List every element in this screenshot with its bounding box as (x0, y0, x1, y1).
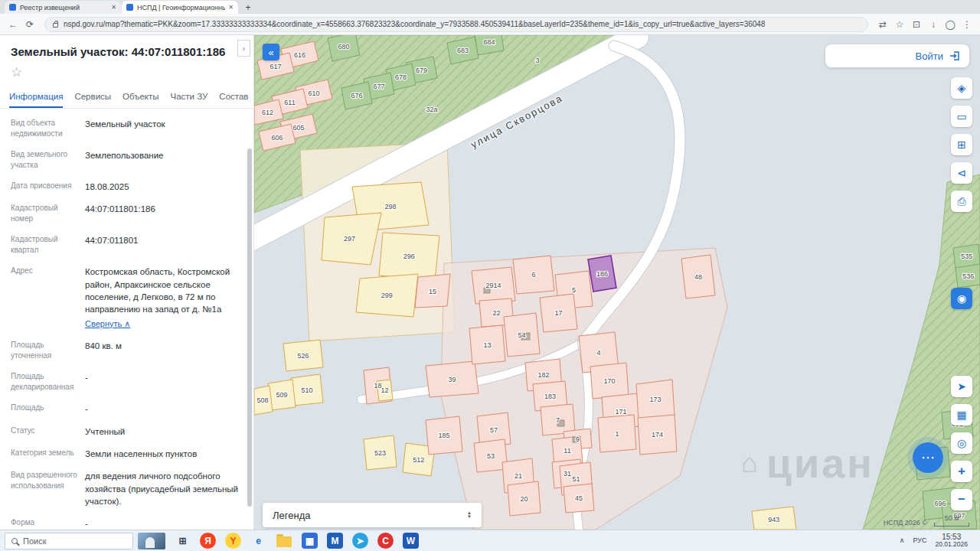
layers-icon[interactable]: ◈ (951, 77, 972, 99)
print-icon[interactable]: ⎙ (951, 191, 972, 212)
parcel-label: 680 (338, 43, 349, 51)
system-tray: ∧ РУС 15:53 20.01.2026 (900, 533, 975, 549)
profile-icon[interactable]: ◯ (943, 19, 957, 30)
bookmark-star-icon[interactable]: ☆ (893, 19, 906, 30)
info-value: 44:07:011801 (85, 234, 243, 256)
tab-close-icon[interactable]: ✕ (111, 4, 116, 11)
parcel-label: 54 (518, 331, 525, 339)
parcel-label: 21 (514, 472, 522, 480)
scale-label: 50 м (945, 514, 959, 522)
parcel-label: 17 (554, 309, 562, 317)
info-label: Кадастровый квартал (11, 234, 85, 256)
lock-icon (53, 23, 58, 28)
downloads-icon[interactable]: ↓ (926, 19, 940, 30)
favorite-star-icon[interactable]: ☆ (0, 64, 253, 85)
tray-expand-icon[interactable]: ∧ (900, 536, 905, 544)
language-indicator[interactable]: РУС (913, 536, 926, 544)
parcel-label: 299 (381, 292, 393, 299)
parcel-label: 679 (416, 67, 427, 74)
info-value-text: 18.08.2025 (85, 181, 243, 193)
info-icon[interactable]: ◎ (951, 432, 972, 454)
info-value-text: - (85, 371, 243, 383)
panel-tab[interactable]: Объекты (122, 85, 158, 108)
panorama-icon[interactable]: ◉ (951, 288, 972, 309)
c-app-icon[interactable]: C (377, 533, 394, 549)
map-toolbar-top: ◈▭⊞⊲⎙ (951, 77, 972, 212)
info-value: 840 кв. м (85, 340, 243, 361)
parcel-label: 605 (292, 124, 304, 132)
info-row: Площадь уточненная840 кв. м (11, 340, 243, 361)
map-toolbar-primary: ◉ (951, 288, 972, 309)
parcel-label: 39 (448, 376, 456, 383)
collapse-address-link[interactable]: Свернуть ∧ (85, 318, 130, 331)
telegram-icon[interactable]: ➤ (352, 533, 368, 549)
menu-icon[interactable]: ⋮ (960, 19, 974, 30)
yandex-browser-icon[interactable]: Я (200, 533, 216, 549)
parcel-label: 508 (256, 396, 268, 404)
taskbar-icons: ⊞ЯYe▦M➤CW (170, 533, 423, 549)
tab-title: НСПД | Геоинформационный п (137, 4, 225, 11)
tab-scroll-button[interactable]: › (237, 40, 250, 57)
panel-tab[interactable]: Части ЗУ (171, 85, 208, 108)
parcel-label: 182 (537, 371, 549, 379)
news-widget-thumbnail[interactable] (138, 533, 165, 549)
reload-icon[interactable]: ⟳ (23, 19, 37, 30)
explorer-folder-icon[interactable] (276, 536, 292, 547)
info-rows: Вид объекта недвижимостиЗемельный участо… (0, 109, 253, 530)
info-label: Форма собственности (11, 517, 85, 530)
measure-area-icon[interactable]: ⊞ (951, 134, 972, 155)
info-value-text: Учтенный (85, 425, 243, 438)
parcel-label: 616 (294, 51, 305, 59)
address-bar[interactable]: nspd.gov.ru/map?thematic=PKK&zoom=17.333… (44, 17, 868, 32)
location-icon[interactable]: ➤ (951, 376, 972, 397)
zoom-out-button[interactable]: − (951, 489, 972, 510)
info-value-text: для ведения личного подсобного хозяйства… (85, 470, 243, 507)
panel-tabs: ИнформацияСервисыОбъектыЧасти ЗУСостав (0, 85, 253, 109)
word-icon[interactable]: W (403, 533, 419, 549)
browser-tab[interactable]: НСПД | Геоинформационный п✕ (122, 1, 238, 14)
extensions-icon[interactable]: ⊡ (910, 19, 923, 30)
info-row: Площадь декларированная- (11, 371, 243, 393)
panel-tab[interactable]: Состав (219, 85, 248, 108)
blue-app-icon[interactable]: ▦ (302, 533, 318, 549)
taskbar-clock[interactable]: 15:53 20.01.2026 (935, 533, 968, 549)
parcel-label: 183 (544, 393, 556, 400)
taskbar-search[interactable]: Поиск (5, 533, 133, 549)
back-icon[interactable]: ← (6, 19, 20, 30)
map-toolbar-bottom: ➤▦◎ (951, 376, 972, 454)
map-viewport[interactable]: 6166176106116126056066806846836796786776… (254, 35, 980, 530)
panel-scrollbar[interactable] (247, 148, 252, 507)
tab-close-icon[interactable]: ✕ (228, 4, 234, 11)
info-label: Статус (11, 425, 85, 438)
translate-icon[interactable]: ⇄ (876, 19, 890, 30)
collapse-panel-button[interactable]: « (263, 44, 279, 60)
search-icon (11, 538, 18, 544)
scale-rule: 50 м (934, 514, 969, 527)
parcel-label: 171 (615, 408, 626, 416)
share-icon[interactable]: ⊲ (951, 162, 972, 184)
edge-icon[interactable]: e (250, 533, 266, 549)
new-tab-button[interactable]: + (242, 2, 254, 14)
map-label: 32а (426, 106, 437, 113)
copyright-label: НСПД 2026 © (884, 519, 927, 527)
zoom-in-button[interactable]: + (951, 461, 972, 482)
browser-tab[interactable]: Реестр извещений✕ (5, 1, 121, 14)
ruler-icon[interactable]: ▭ (951, 106, 972, 127)
legend-bar[interactable]: Легенда ▲▼ (263, 503, 482, 527)
parcel-label: 170 (603, 377, 615, 385)
info-row: Вид земельного участкаЗемлепользование (11, 149, 243, 171)
login-button[interactable]: Войти (825, 44, 969, 67)
task-view-icon[interactable]: ⊞ (175, 533, 191, 549)
mail-app-icon[interactable]: M (327, 533, 343, 549)
info-value: Костромская область, Костромской район, … (85, 266, 243, 330)
basemap-icon[interactable]: ▦ (951, 404, 972, 425)
panel-tab[interactable]: Информация (9, 85, 63, 108)
chat-button[interactable]: ⋯ (913, 442, 943, 473)
cian-watermark: ⌂ циан (741, 439, 874, 487)
panel-tab[interactable]: Сервисы (74, 85, 111, 108)
map-label: 3 (535, 57, 539, 64)
yandex-search-icon[interactable]: Y (225, 533, 241, 549)
parcel-label: 48 (694, 273, 702, 281)
info-row: АдресКостромская область, Костромской ра… (11, 266, 243, 330)
info-label: Вид объекта недвижимости (11, 118, 85, 139)
